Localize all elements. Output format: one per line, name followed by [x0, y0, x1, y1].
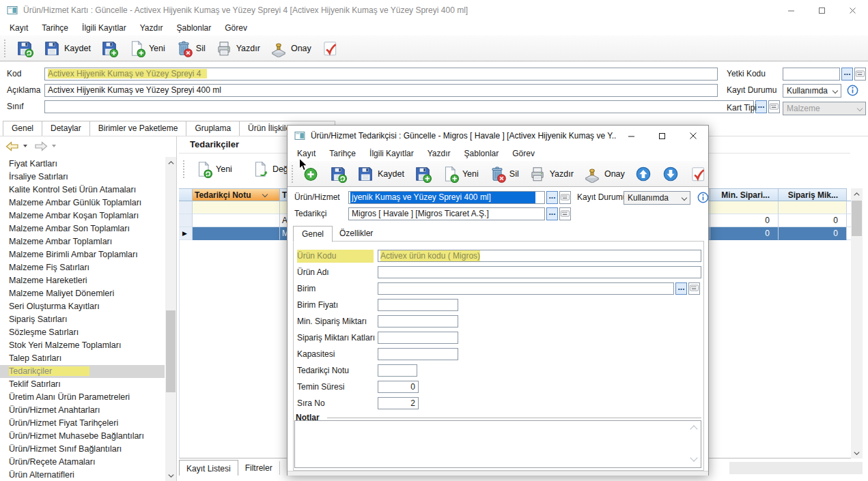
confirm-button[interactable] [316, 38, 344, 59]
birim-fiyati-field[interactable] [378, 299, 458, 311]
close-button[interactable] [837, 0, 868, 20]
scroll-down-icon[interactable] [690, 454, 697, 461]
urun-kodu-field[interactable]: Activex ürün kodu ( Migros) [378, 250, 701, 262]
sidebar-item[interactable]: Stok Yeri Malzeme Toplamları [0, 339, 165, 352]
filter-cell[interactable] [193, 201, 280, 214]
delete-button[interactable]: Sil [484, 164, 524, 184]
sidebar-item[interactable]: Ürün Alternatifleri [0, 469, 165, 481]
new-button[interactable]: Yeni [436, 164, 484, 184]
confirm-button[interactable] [684, 164, 712, 184]
siparis-miktari-katlari-field[interactable] [378, 332, 458, 344]
tab-gruplama[interactable]: Gruplama [186, 121, 240, 136]
menu-yazdir[interactable]: Yazdır [133, 21, 170, 35]
sidebar-item[interactable]: Üretim Alanı Ürün Parametreleri [0, 391, 165, 404]
tedarikci-field[interactable]: Migros [ Havale ] [Migros Ticaret A.Ş.] [348, 207, 545, 220]
forward-arrow-icon[interactable] [34, 141, 48, 151]
menu-tarihce[interactable]: Tarihçe [35, 21, 75, 35]
sidebar-item[interactable]: Ürün/Hizmet Sınıf Bağlantıları [0, 443, 165, 456]
dialog-kayit-durumu-select[interactable]: Kullanımda [624, 191, 690, 205]
sidebar-item[interactable]: Ürün/Hizmet Muhasebe Bağlantıları [0, 430, 165, 443]
sidebar-item[interactable]: Fiyat Kartları [0, 158, 165, 171]
menu-tarihce[interactable]: Tarihçe [322, 147, 363, 160]
urun-hizmet-field[interactable]: jyenik Kumaş ve Yüzey Spreyi 400 ml] [348, 191, 545, 204]
sidebar-item[interactable]: Ürün/Hizmet Anahtarları [0, 404, 165, 417]
menu-gorev[interactable]: Görev [505, 147, 542, 160]
minimize-button[interactable] [776, 0, 807, 20]
sidebar-item[interactable]: Malzeme Maliyet Dönemleri [0, 287, 165, 300]
notlar-textarea[interactable] [294, 420, 701, 468]
sidebar-item[interactable]: Ürün/Hizmet Fiyat Tarihçeleri [0, 417, 165, 430]
scroll-up-icon[interactable] [165, 157, 176, 168]
sidebar-item[interactable]: Tedarikçiler [0, 365, 165, 378]
grid-scrollbar[interactable] [851, 188, 863, 458]
sidebar-item[interactable]: Sipariş Satırları [0, 313, 165, 326]
scroll-down-icon[interactable] [165, 470, 176, 481]
bottom-tab-kayit-listesi[interactable]: Kayıt Listesi [179, 460, 238, 476]
sidebar-scrollbar[interactable] [165, 157, 176, 481]
sinif-keyboard-button[interactable] [768, 100, 780, 113]
scroll-down-icon[interactable] [851, 448, 863, 458]
birim-keyboard-button[interactable] [688, 282, 700, 295]
urun-hizmet-keyboard-button[interactable] [559, 191, 571, 204]
scroll-up-icon[interactable] [851, 188, 863, 199]
grid-col-siparis-mik[interactable]: Sipariş Mik... [779, 188, 847, 201]
info-icon[interactable] [847, 85, 858, 96]
filter-cell[interactable] [779, 201, 847, 214]
sinif-lookup-button[interactable]: ... [755, 100, 767, 113]
dialog-minimize-button[interactable] [616, 126, 647, 146]
print-button[interactable]: Yazdır [524, 164, 578, 184]
menu-ilgili-kayitlar[interactable]: İlgili Kayıtlar [75, 21, 133, 35]
new-button[interactable]: Yeni [123, 38, 170, 59]
sidebar-item[interactable]: Malzeme Birimli Ambar Toplamları [0, 248, 165, 261]
menu-ilgili-kayitlar[interactable]: İlgili Kayıtlar [363, 147, 421, 160]
tedarikci-notu-field[interactable] [378, 364, 417, 377]
save-add-button[interactable] [409, 164, 436, 184]
grid-col-tedarikci-notu[interactable]: Tedarikçi Notu [193, 188, 280, 201]
toolbar-grip[interactable] [4, 40, 7, 57]
filter-cell[interactable] [710, 201, 779, 214]
urun-adi-field[interactable] [378, 266, 701, 278]
sidebar-item[interactable]: Kalite Kontrol Seti Ürün Atamaları [0, 184, 165, 196]
toolbar-grip[interactable] [183, 160, 186, 178]
sidebar-item[interactable]: Ürün/Reçete Atamaları [0, 456, 165, 469]
sidebar-item[interactable]: Malzeme Ambar Son Toplamları [0, 222, 165, 235]
dialog-tab-ozellikler[interactable]: Özellikler [331, 226, 381, 241]
tedarikci-lookup-button[interactable]: ... [546, 207, 558, 220]
kapasitesi-field[interactable] [378, 348, 458, 360]
birim-lookup-button[interactable]: ... [675, 282, 687, 295]
birim-field[interactable] [378, 282, 674, 295]
grid-scroll-thumb[interactable] [852, 201, 862, 236]
kayit-durumu-select[interactable]: Kullanımda [783, 84, 841, 98]
move-down-button[interactable] [657, 164, 684, 184]
back-dropdown-icon[interactable] [23, 145, 27, 147]
move-up-button[interactable] [630, 164, 657, 184]
delete-button[interactable]: Sil [170, 38, 210, 59]
tab-detaylar[interactable]: Detaylar [42, 121, 90, 136]
menu-yazdir[interactable]: Yazdır [421, 147, 458, 160]
sidebar-item[interactable]: Sözleşme Satırları [0, 326, 165, 339]
min-siparis-miktari-field[interactable] [378, 315, 458, 327]
yetki-kodu-field[interactable] [783, 68, 840, 81]
kod-field[interactable]: Activex Hijyenik Kumaş ve Yüzey Spreyi 4 [44, 68, 718, 81]
sidebar-item[interactable]: Malzeme Ambar Günlük Toplamları [0, 196, 165, 209]
temin-suresi-field[interactable]: 0 [378, 381, 419, 393]
sidebar-item[interactable]: Malzeme Hareketleri [0, 274, 165, 287]
info-icon[interactable] [697, 192, 709, 203]
print-button[interactable]: Yazdır [210, 38, 265, 59]
yetki-kodu-keyboard-button[interactable] [854, 68, 866, 81]
approve-button[interactable]: Onay [265, 38, 316, 59]
scroll-up-icon[interactable] [690, 425, 697, 433]
grid-new-button[interactable]: Yeni [190, 159, 237, 179]
sidebar-item[interactable]: İrsaliye Satırları [0, 171, 165, 184]
save-refresh-button[interactable] [11, 38, 38, 59]
menu-sablonlar[interactable]: Şablonlar [170, 21, 219, 35]
dialog-tab-genel[interactable]: Genel [293, 226, 333, 242]
aciklama-field[interactable]: Activex Hijyenik Kumaş ve Yüzey Spreyi 4… [44, 84, 718, 97]
menu-gorev[interactable]: Görev [218, 21, 254, 35]
urun-hizmet-lookup-button[interactable]: ... [546, 191, 558, 204]
sidebar-item[interactable]: Malzeme Fiş Satırları [0, 261, 165, 274]
yetki-kodu-lookup-button[interactable]: ... [841, 68, 853, 81]
menu-kayit[interactable]: Kayıt [3, 21, 35, 35]
maximize-button[interactable] [807, 0, 837, 20]
grid-col-min-siparis[interactable]: Min. Sipari... [710, 188, 779, 201]
